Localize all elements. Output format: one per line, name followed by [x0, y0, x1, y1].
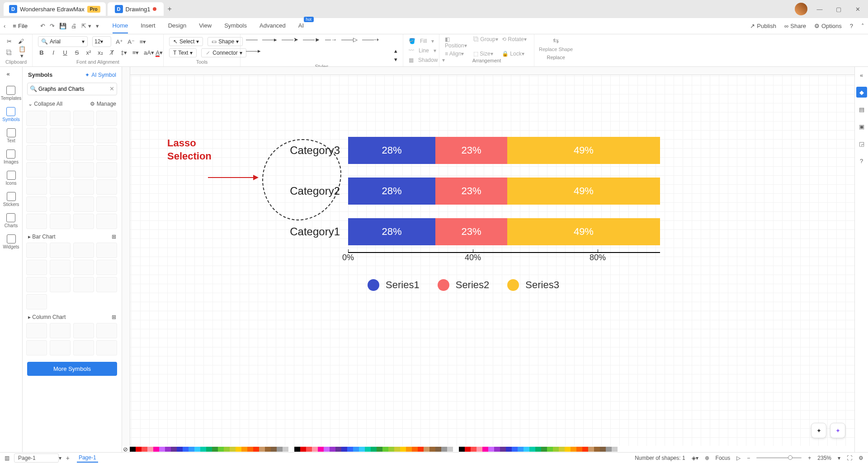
format-panel-button[interactable]: ◆	[856, 87, 867, 98]
strikethrough-button[interactable]: S	[73, 49, 80, 56]
tab-advanced[interactable]: Advanced	[259, 19, 286, 33]
color-swatch[interactable]	[394, 447, 400, 452]
layer-stack-icon[interactable]: ◈▾	[692, 455, 698, 461]
decrease-font-button[interactable]: A⁻	[127, 38, 135, 45]
tab-home[interactable]: Home	[113, 19, 128, 33]
section-settings-icon[interactable]: ⊞	[112, 314, 116, 320]
color-swatch[interactable]	[459, 447, 465, 452]
color-swatch[interactable]	[136, 447, 142, 452]
color-swatch[interactable]	[218, 447, 224, 452]
align-button[interactable]: ≡ Align▾	[445, 51, 472, 57]
shape-tool[interactable]: ▭ Shape ▾	[208, 37, 243, 46]
color-swatch[interactable]	[441, 447, 447, 452]
color-swatch[interactable]	[224, 447, 230, 452]
paste-button[interactable]: 📋▾	[17, 46, 27, 59]
font-size-select[interactable]: 12 ▾	[92, 36, 111, 47]
zoom-in-button[interactable]: +	[808, 455, 811, 461]
symbol-thumb[interactable]	[73, 323, 94, 338]
help-button[interactable]: ?	[850, 23, 853, 29]
color-swatch[interactable]	[130, 447, 136, 452]
color-swatch[interactable]	[518, 447, 524, 452]
symbol-thumb[interactable]	[96, 111, 117, 126]
color-swatch[interactable]	[471, 447, 476, 452]
color-swatch[interactable]	[265, 447, 271, 452]
symbol-thumb[interactable]	[73, 260, 94, 275]
replace-shape-button[interactable]: ⇆ Replace Shape Replace	[534, 34, 577, 66]
color-swatch[interactable]	[341, 447, 347, 452]
symbol-thumb[interactable]	[26, 128, 47, 143]
symbol-thumb[interactable]	[50, 128, 71, 143]
share-button[interactable]: ∞ Share	[784, 23, 806, 29]
color-swatch[interactable]	[206, 447, 212, 452]
lock-button[interactable]: 🔒 Lock▾	[502, 51, 528, 57]
symbol-thumb[interactable]	[50, 145, 71, 160]
color-swatch[interactable]	[382, 447, 388, 452]
tab-ai[interactable]: AIhot	[298, 19, 304, 33]
collapse-ribbon-button[interactable]: ˄	[861, 23, 864, 29]
text-tool[interactable]: T Text ▾	[169, 48, 197, 57]
symbol-thumb[interactable]	[50, 162, 71, 178]
rail-symbols[interactable]: Symbols	[2, 107, 19, 122]
settings-icon[interactable]: ⚙	[859, 455, 863, 461]
font-family-select[interactable]: 🔍 Arial ▾	[38, 36, 88, 47]
symbol-thumb[interactable]	[26, 196, 47, 212]
options-button[interactable]: ⚙ Options	[814, 23, 842, 29]
align-text-button[interactable]: ≡▾	[139, 38, 146, 45]
color-swatch[interactable]	[347, 447, 353, 452]
color-swatch[interactable]	[576, 447, 582, 452]
color-swatch[interactable]	[600, 447, 606, 452]
play-button[interactable]: ▷	[736, 455, 741, 461]
color-swatch[interactable]	[535, 447, 541, 452]
case-button[interactable]: aA▾	[144, 49, 151, 56]
symbol-thumb[interactable]	[73, 340, 94, 355]
color-swatch[interactable]	[153, 447, 159, 452]
font-color-button[interactable]: A▾	[156, 49, 163, 56]
symbol-thumb[interactable]	[26, 243, 47, 258]
color-swatch[interactable]	[300, 447, 306, 452]
symbol-thumb[interactable]	[26, 323, 47, 338]
shadow-button[interactable]: Shadow	[418, 57, 438, 63]
symbol-thumb[interactable]	[73, 145, 94, 160]
symbol-thumb[interactable]	[26, 162, 47, 178]
symbol-thumb[interactable]	[26, 277, 47, 292]
symbol-thumb[interactable]	[50, 260, 71, 275]
maximize-button[interactable]: ▢	[832, 4, 845, 14]
color-swatch[interactable]	[388, 447, 394, 452]
color-swatch[interactable]	[271, 447, 277, 452]
color-swatch[interactable]	[512, 447, 518, 452]
canvas[interactable]: Lasso Selection Category328%23%49%Catego…	[122, 67, 854, 452]
collapse-panel-button[interactable]: «	[7, 70, 16, 80]
color-swatch[interactable]	[359, 447, 365, 452]
size-button[interactable]: ⬚ Size▾	[473, 51, 500, 57]
color-swatch[interactable]	[241, 447, 247, 452]
color-palette[interactable]: ⊘	[122, 446, 854, 452]
tab-symbols[interactable]: Symbols	[224, 19, 247, 33]
zoom-level[interactable]: 235%	[817, 455, 831, 461]
symbol-thumb[interactable]	[96, 162, 117, 178]
bold-button[interactable]: B	[38, 49, 45, 56]
symbol-thumb[interactable]	[50, 111, 71, 126]
color-swatch[interactable]	[424, 447, 429, 452]
color-swatch[interactable]	[500, 447, 506, 452]
rotate-button[interactable]: ⟲ Rotate▾	[502, 36, 528, 49]
color-swatch[interactable]	[165, 447, 171, 452]
copy-button[interactable]: ⿻	[5, 49, 13, 56]
color-swatch[interactable]	[142, 447, 147, 452]
color-swatch[interactable]	[236, 447, 241, 452]
color-swatch[interactable]	[612, 447, 618, 452]
color-swatch[interactable]	[288, 447, 294, 452]
symbol-thumb[interactable]	[50, 196, 71, 212]
color-swatch[interactable]	[400, 447, 406, 452]
color-swatch[interactable]	[194, 447, 200, 452]
focus-button[interactable]: Focus	[716, 455, 731, 461]
format-painter-button[interactable]: 🖌	[17, 38, 24, 45]
color-swatch[interactable]	[524, 447, 529, 452]
color-swatch[interactable]	[353, 447, 359, 452]
symbol-thumb[interactable]	[73, 214, 94, 229]
clear-search-button[interactable]: ✕	[109, 85, 114, 92]
color-swatch[interactable]	[318, 447, 324, 452]
color-swatch[interactable]	[335, 447, 341, 452]
increase-font-button[interactable]: A⁺	[116, 38, 123, 45]
symbol-thumb[interactable]	[26, 294, 47, 309]
color-swatch[interactable]	[606, 447, 612, 452]
